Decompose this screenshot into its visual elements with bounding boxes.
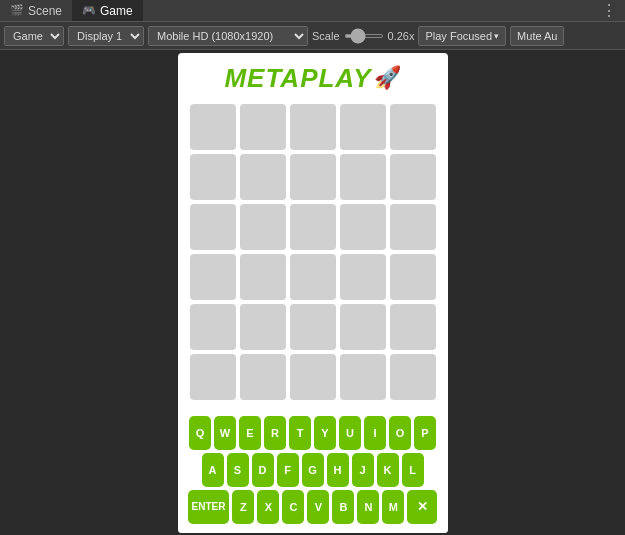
key-h[interactable]: H (327, 453, 349, 487)
grid-cell (240, 104, 286, 150)
game-tab-label: Game (100, 4, 133, 18)
toolbar: Game Display 1 Mobile HD (1080x1920) Sca… (0, 22, 625, 50)
grid-cell (340, 254, 386, 300)
grid-cell (190, 304, 236, 350)
grid-cell (290, 254, 336, 300)
grid-cell (240, 204, 286, 250)
key-b[interactable]: B (332, 490, 354, 524)
key-⌫[interactable]: ✕ (407, 490, 437, 524)
key-t[interactable]: T (289, 416, 311, 450)
key-z[interactable]: Z (232, 490, 254, 524)
logo-text: METAPLAY (224, 63, 371, 94)
grid-cell (340, 354, 386, 400)
key-p[interactable]: P (414, 416, 436, 450)
top-bar: 🎬 Scene 🎮 Game ⋮ (0, 0, 625, 22)
key-row-2: ENTERZXCVBNM✕ (182, 490, 444, 524)
grid-cell (390, 204, 436, 250)
grid-cell (240, 154, 286, 200)
key-l[interactable]: L (402, 453, 424, 487)
scene-tab[interactable]: 🎬 Scene (0, 0, 72, 21)
grid-cell (390, 104, 436, 150)
key-s[interactable]: S (227, 453, 249, 487)
key-enter[interactable]: ENTER (188, 490, 230, 524)
grid-cell (340, 104, 386, 150)
key-u[interactable]: U (339, 416, 361, 450)
scale-control: Scale 0.26x (312, 30, 414, 42)
key-d[interactable]: D (252, 453, 274, 487)
keyboard: QWERTYUIOPASDFGHJKLENTERZXCVBNM✕ (178, 412, 448, 533)
grid-cell (240, 354, 286, 400)
game-icon: 🎮 (82, 4, 96, 17)
phone-screen: METAPLAY 🚀 QWERTYUIOPASDFGHJKLENTERZXCVB… (178, 53, 448, 533)
grid-cell (290, 204, 336, 250)
key-y[interactable]: Y (314, 416, 336, 450)
play-focused-label: Play Focused (425, 30, 492, 42)
key-e[interactable]: E (239, 416, 261, 450)
grid-cell (190, 154, 236, 200)
key-g[interactable]: G (302, 453, 324, 487)
mute-button[interactable]: Mute Au (510, 26, 564, 46)
key-f[interactable]: F (277, 453, 299, 487)
scene-tab-label: Scene (28, 4, 62, 18)
more-button[interactable]: ⋮ (593, 1, 625, 20)
key-i[interactable]: I (364, 416, 386, 450)
scale-slider[interactable] (344, 34, 384, 38)
key-v[interactable]: V (307, 490, 329, 524)
scene-icon: 🎬 (10, 4, 24, 17)
key-a[interactable]: A (202, 453, 224, 487)
word-grid (178, 100, 448, 404)
key-n[interactable]: N (357, 490, 379, 524)
key-row-1: ASDFGHJKL (182, 453, 444, 487)
game-viewport: METAPLAY 🚀 QWERTYUIOPASDFGHJKLENTERZXCVB… (0, 50, 625, 535)
grid-cell (240, 304, 286, 350)
game-tab[interactable]: 🎮 Game (72, 0, 143, 21)
grid-cell (340, 154, 386, 200)
grid-cell (390, 254, 436, 300)
play-focused-button[interactable]: Play Focused ▾ (418, 26, 506, 46)
grid-cell (390, 304, 436, 350)
grid-cell (240, 254, 286, 300)
grid-cell (290, 304, 336, 350)
resolution-select[interactable]: Mobile HD (1080x1920) (148, 26, 308, 46)
key-w[interactable]: W (214, 416, 236, 450)
key-row-0: QWERTYUIOP (182, 416, 444, 450)
key-m[interactable]: M (382, 490, 404, 524)
display-select[interactable]: Display 1 (68, 26, 144, 46)
key-c[interactable]: C (282, 490, 304, 524)
grid-cell (340, 304, 386, 350)
game-select[interactable]: Game (4, 26, 64, 46)
play-focused-chevron: ▾ (494, 31, 499, 41)
key-o[interactable]: O (389, 416, 411, 450)
grid-cell (190, 354, 236, 400)
grid-cell (390, 154, 436, 200)
mute-label: Mute Au (517, 30, 557, 42)
grid-cell (290, 154, 336, 200)
backspace-x-icon: ✕ (417, 499, 428, 514)
grid-cell (190, 204, 236, 250)
key-j[interactable]: J (352, 453, 374, 487)
grid-cell (190, 254, 236, 300)
grid-cell (290, 104, 336, 150)
key-r[interactable]: R (264, 416, 286, 450)
grid-cell (190, 104, 236, 150)
key-q[interactable]: Q (189, 416, 211, 450)
key-k[interactable]: K (377, 453, 399, 487)
scale-value: 0.26x (388, 30, 415, 42)
grid-cell (340, 204, 386, 250)
logo-rocket-icon: 🚀 (374, 65, 401, 91)
logo-area: METAPLAY 🚀 (178, 53, 448, 100)
scale-label: Scale (312, 30, 340, 42)
grid-cell (290, 354, 336, 400)
key-x[interactable]: X (257, 490, 279, 524)
grid-cell (390, 354, 436, 400)
